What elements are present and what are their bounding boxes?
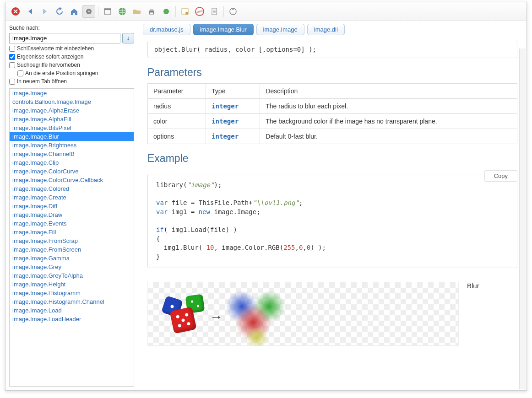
table-row: optionsintegerDefault 0-fast blur.: [148, 129, 517, 144]
table-header: Description: [260, 84, 517, 99]
search-go-button[interactable]: ↓: [122, 33, 134, 43]
cb-firstpos[interactable]: [17, 70, 23, 76]
result-item[interactable]: image.Image.LoadHeader: [10, 315, 134, 323]
arrow-icon: →: [210, 310, 223, 324]
result-item[interactable]: controls.Balloon.Image.Image: [10, 97, 134, 106]
result-item[interactable]: image.Image.Events: [10, 219, 134, 228]
example-code: library("image"); var file = ThisFile.Pa…: [147, 174, 517, 268]
tools-icon[interactable]: [82, 5, 95, 18]
result-item[interactable]: image.Image.Draw: [10, 210, 134, 219]
globe-icon[interactable]: [116, 5, 129, 18]
result-item[interactable]: image.Image.Blur: [10, 132, 134, 141]
table-header: Parameter: [148, 84, 206, 99]
tab[interactable]: dr.mabuse.js: [143, 24, 190, 35]
folder-icon[interactable]: [130, 5, 143, 18]
result-item[interactable]: image.Image.AlphaFill: [10, 115, 134, 124]
svg-point-12: [185, 12, 188, 15]
tab[interactable]: image.Image: [256, 24, 304, 35]
parameters-table: ParameterTypeDescription radiusintegerTh…: [147, 83, 517, 144]
result-item[interactable]: image.Image.Colored: [10, 184, 134, 193]
result-item[interactable]: image.Image.ColorCurve: [10, 167, 134, 176]
search-label: Suche nach:: [9, 25, 134, 31]
main-toolbar: SAMPLE: [5, 2, 527, 21]
new-window-icon[interactable]: [101, 5, 114, 18]
example-image: →: [147, 282, 459, 346]
result-item[interactable]: image.Image.Diff: [10, 202, 134, 210]
search-sidebar: Suche nach: ↓ Schlüsselworte mit einbezi…: [5, 21, 138, 390]
back-icon[interactable]: [24, 5, 37, 18]
result-item[interactable]: image.Image.ColorCurve.Callback: [10, 176, 134, 184]
result-list[interactable]: image.Imagecontrols.Balloon.Image.Imagei…: [9, 88, 134, 387]
signature-box: object.Blur( radius, color [,options=0] …: [147, 41, 517, 58]
table-row: colorintegerThe background color if the …: [148, 114, 517, 129]
search-input[interactable]: [9, 33, 120, 43]
tab[interactable]: image.dll: [307, 24, 345, 35]
cb-keywords[interactable]: [9, 46, 15, 52]
cb-instant-label: Ergebnisse sofort anzeigen: [17, 54, 83, 60]
result-item[interactable]: image.Image.GreyToAlpha: [10, 271, 134, 280]
reload-icon[interactable]: [227, 5, 239, 18]
svg-rect-4: [104, 9, 111, 10]
result-item[interactable]: image.Image.Gamma: [10, 254, 134, 263]
document-icon[interactable]: [208, 5, 221, 18]
sample-stamp-icon[interactable]: SAMPLE: [193, 5, 206, 18]
result-item[interactable]: image.Image.FromScreen: [10, 245, 134, 254]
result-item[interactable]: image.Image.ChannelB: [10, 150, 134, 158]
cb-highlight-label: Suchbegriffe hervorheben: [17, 62, 80, 68]
tab[interactable]: image.Image.Blur: [193, 24, 254, 35]
result-item[interactable]: image.Image.BitsPixel: [10, 124, 134, 132]
example-heading: Example: [147, 152, 517, 165]
cb-instant[interactable]: [9, 54, 15, 60]
result-item[interactable]: image.Image.Histogramm.Channel: [10, 297, 134, 306]
forward-icon[interactable]: [38, 5, 51, 18]
result-item[interactable]: image.Image.FromScrap: [10, 237, 134, 245]
home-icon[interactable]: [68, 5, 81, 18]
parameters-heading: Parameters: [147, 66, 517, 79]
result-item[interactable]: image.Image.Create: [10, 193, 134, 202]
cb-newtab[interactable]: [9, 79, 15, 85]
close-icon[interactable]: [9, 5, 22, 18]
copy-button[interactable]: Copy: [484, 170, 517, 182]
svg-point-10: [163, 9, 169, 14]
result-item[interactable]: image.Image.Histogramm: [10, 289, 134, 297]
tab-bar: dr.mabuse.jsimage.Image.Blurimage.Imagei…: [138, 21, 527, 38]
result-item[interactable]: image.Image.Load: [10, 306, 134, 315]
result-item[interactable]: image.Image.AlphaErase: [10, 106, 134, 115]
result-item[interactable]: image.Image: [10, 89, 134, 97]
cb-firstpos-label: An die erste Position springen: [25, 70, 98, 76]
cb-newtab-label: In neuem Tab öffnen: [17, 78, 67, 85]
svg-rect-9: [150, 12, 153, 15]
svg-rect-8: [150, 9, 153, 11]
print-icon[interactable]: [145, 5, 158, 18]
scrollbar[interactable]: [519, 48, 526, 389]
image-caption: Blur: [467, 282, 479, 290]
cb-highlight[interactable]: [9, 62, 15, 68]
cb-keywords-label: Schlüsselworte mit einbeziehen: [17, 45, 94, 52]
table-header: Type: [206, 84, 260, 99]
main-pane: dr.mabuse.jsimage.Image.Blurimage.Imagei…: [138, 21, 527, 390]
svg-point-2: [88, 11, 90, 12]
certificate-icon[interactable]: [179, 5, 191, 18]
result-item[interactable]: image.Image.Fill: [10, 228, 134, 237]
doc-view[interactable]: object.Blur( radius, color [,options=0] …: [138, 38, 527, 390]
result-item[interactable]: image.Image.Brightness: [10, 141, 134, 150]
result-item[interactable]: image.Image.Grey: [10, 263, 134, 271]
table-row: radiusintegerThe radius to blur each pix…: [148, 99, 517, 114]
result-item[interactable]: image.Image.Clip: [10, 158, 134, 167]
result-item[interactable]: image.Image.Height: [10, 280, 134, 289]
refresh-icon[interactable]: [53, 5, 66, 18]
globe-small-icon[interactable]: [160, 5, 173, 18]
